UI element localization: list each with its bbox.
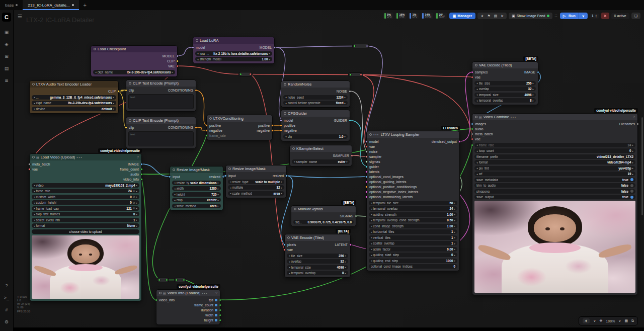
stepper-arrows-icon[interactable]: ▲▼ (595, 14, 597, 18)
increment-icon[interactable]: ▸ (136, 201, 137, 204)
port-dot-icon[interactable] (283, 249, 286, 251)
port-dot-icon[interactable] (365, 150, 368, 153)
widget-adain-factor[interactable]: ◂adain_factor0.00▸ (369, 247, 457, 252)
port-dot-icon[interactable] (205, 134, 208, 137)
reroute-r2[interactable] (348, 72, 363, 77)
decrement-icon[interactable]: ◂ (34, 201, 35, 204)
collapse-dot-icon[interactable] (196, 39, 198, 42)
port-dot-icon[interactable] (192, 46, 194, 49)
widget-ckpt-name[interactable]: ◂ckpt_nameltx-2-19b-dev-fp4.safetensors▸ (93, 70, 175, 74)
input-port-negative[interactable]: negative (205, 128, 222, 133)
decrement-icon[interactable]: ◂ (371, 247, 372, 251)
decrement-icon[interactable]: ◂ (95, 70, 97, 73)
decrement-icon[interactable]: ◂ (294, 160, 295, 163)
input-port-optional_cond_images[interactable]: optional_cond_images (365, 174, 404, 179)
increment-icon[interactable]: ▸ (632, 167, 633, 170)
decrement-icon[interactable]: ◂ (34, 224, 35, 227)
fit-view-icon[interactable]: ✥ (599, 319, 602, 323)
port-dot-icon[interactable] (205, 129, 208, 132)
node-audio-encoder[interactable]: LTXV Audio Text Encoder LoaderCLIP◂...ge… (29, 80, 119, 114)
input-port-positive[interactable]: positive (205, 123, 221, 128)
port-dot-icon[interactable] (249, 73, 252, 75)
input-port-frame_rate[interactable]: frame_rate (205, 133, 226, 138)
widget-overlap[interactable]: ◂overlap32▸ (474, 87, 536, 91)
output-port-duration[interactable]: duration (201, 307, 221, 312)
widget-sampler-name[interactable]: ◂sampler_nameeuler▸ (292, 159, 350, 164)
node-ltxv-conditioning[interactable]: LTXVConditioningpositivenegativeframe_ra… (206, 115, 273, 140)
widget-height[interactable]: ◂height720▸ (172, 192, 221, 197)
widget-horizontal-tiles[interactable]: ◂horizontal_tiles1▸ (369, 229, 457, 234)
decrement-icon[interactable]: ◂ (476, 93, 478, 96)
input-port-sampler[interactable]: sampler (365, 154, 381, 159)
port-dot-icon[interactable] (176, 65, 179, 67)
fullscreen-icon[interactable]: ⧉ (631, 319, 634, 323)
widget-filename-prefix[interactable]: filename_prefixvideo/213_detailer_LTX2 (474, 154, 635, 159)
increment-icon[interactable]: ▸ (136, 213, 137, 216)
widget-noise-seed[interactable]: ◂noise_seed1234▸ (283, 95, 348, 100)
port-dot-icon[interactable] (219, 319, 221, 321)
decrement-icon[interactable]: ◂ (174, 199, 176, 202)
widget-custom-height[interactable]: ◂custom_height0⊘▸ (32, 200, 139, 205)
port-dot-icon[interactable] (28, 163, 31, 166)
output-port-CLIP[interactable]: CLIP (108, 89, 120, 94)
increment-icon[interactable]: ▸ (345, 272, 346, 275)
input-port-sigmas[interactable]: sigmas (365, 159, 380, 164)
decrement-icon[interactable]: ◂ (371, 207, 372, 210)
decrement-icon[interactable]: ◂ (34, 195, 35, 198)
star-icon[interactable]: ★ (480, 14, 484, 18)
widget-choose-video-to-upload[interactable]: choose video to upload (32, 229, 139, 234)
collapse-dot-icon[interactable] (287, 236, 290, 239)
widget-cond-image-strength[interactable]: ◂cond_image_strength1.00▸ (369, 224, 457, 228)
node-resize-2[interactable]: Resize Image/Maskinputresized◂resize_typ… (225, 165, 287, 198)
port-dot-icon[interactable] (349, 119, 351, 122)
decrement-icon[interactable]: ◂ (230, 180, 231, 183)
node-header[interactable]: RandomNoise (281, 81, 350, 88)
increment-icon[interactable]: ▸ (454, 230, 455, 233)
decrement-icon[interactable]: ◂ (34, 102, 35, 105)
nodes-icon[interactable]: ⊞ (2, 52, 11, 60)
node-vae-decode[interactable]: [BETA]VAE Decode (Tiled)samplesvaeIMAGE◂… (472, 61, 538, 105)
input-port-vae[interactable]: vae (28, 167, 38, 172)
port-dot-icon[interactable] (195, 89, 197, 92)
increment-icon[interactable]: ▸ (217, 204, 219, 207)
collapse-dot-icon[interactable] (209, 117, 212, 120)
port-dot-icon[interactable] (155, 299, 157, 301)
increment-icon[interactable]: ▸ (532, 93, 534, 96)
output-port-resized[interactable]: resized (209, 174, 224, 179)
decrement-icon[interactable]: ◂ (371, 254, 372, 257)
port-dot-icon[interactable] (471, 123, 473, 125)
port-dot-icon[interactable] (271, 129, 274, 132)
output-port-frame_count[interactable]: frame_count (120, 167, 143, 172)
increment-icon[interactable]: ▸ (136, 184, 137, 187)
output-port-GUIDER[interactable]: GUIDER (334, 118, 351, 123)
input-port-pixels[interactable]: pixels (283, 242, 296, 247)
input-port-meta_batch[interactable]: meta_batch (471, 131, 493, 136)
widget-format[interactable]: ◂formatNone▸ (32, 223, 139, 228)
output-port-width[interactable]: width (205, 312, 221, 317)
node-header[interactable]: ▤Video Combine●●●? (472, 114, 637, 120)
widget-pix-fmt[interactable]: ◂pix_fmtyuv420p▸ (474, 166, 635, 171)
output-port-fps[interactable]: fps (209, 297, 221, 302)
port-dot-icon[interactable] (117, 90, 120, 93)
decrement-icon[interactable]: ◂ (476, 143, 478, 146)
decrement-icon[interactable]: ◂ (174, 193, 176, 196)
port-dot-icon[interactable] (271, 124, 274, 127)
collapse-dot-icon[interactable] (284, 83, 286, 86)
decrement-icon[interactable]: ◂ (476, 99, 478, 102)
help-icon[interactable]: ? (215, 291, 217, 295)
output-port-CONDITIONING[interactable]: CONDITIONING (168, 125, 197, 130)
text-prompt-input[interactable]: text (128, 94, 194, 109)
port-dot-icon[interactable] (224, 175, 227, 177)
port-dot-icon[interactable] (219, 309, 221, 311)
decrement-icon[interactable]: ◂ (476, 173, 478, 176)
output-port-positive[interactable]: positive (258, 123, 274, 128)
node-header[interactable]: Resize Image/Mask (226, 166, 286, 172)
decrement-icon[interactable]: ◂ (197, 52, 199, 55)
output-port-CLIP[interactable]: CLIP (167, 58, 179, 63)
input-port-model[interactable]: model (192, 45, 205, 50)
increment-icon[interactable]: ▸ (532, 99, 534, 102)
increment-icon[interactable]: ▸ (136, 207, 137, 210)
increment-icon[interactable]: ▸ (454, 213, 455, 216)
decrement-icon[interactable]: ◂ (476, 167, 478, 170)
port-dot-icon[interactable] (125, 126, 127, 129)
